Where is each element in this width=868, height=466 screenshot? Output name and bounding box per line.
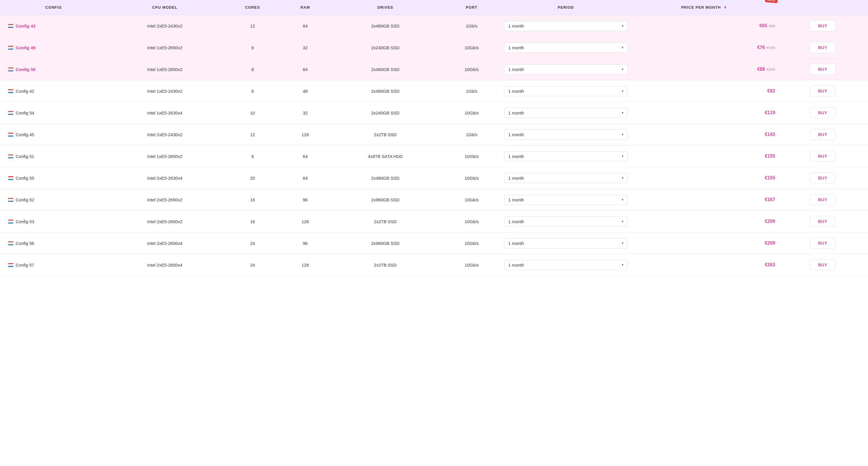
drives-cell: 4x8TB SATA HDD [328, 146, 443, 167]
action-cell[interactable]: BUY [777, 37, 868, 59]
cores-cell: 12 [222, 124, 282, 146]
port-cell: 10Gb/s [443, 102, 500, 124]
nl-flag-icon [8, 263, 13, 267]
buy-button[interactable]: BUY [810, 20, 836, 31]
action-cell[interactable]: BUY [777, 189, 868, 211]
action-cell[interactable]: BUY [777, 15, 868, 37]
price-current: €88 [757, 67, 765, 71]
drives-cell: 2x2TB SSD [328, 124, 443, 146]
period-cell[interactable]: 1 month ▾ [501, 189, 631, 211]
cpu-model-cell: Intel 1xE5-2650v2 [107, 59, 222, 80]
action-cell[interactable]: BUY [777, 102, 868, 124]
buy-button[interactable]: BUY [810, 107, 836, 118]
nl-flag-icon [8, 176, 13, 180]
period-select[interactable]: 1 month ▾ [504, 86, 628, 96]
period-select[interactable]: 1 month ▾ [504, 64, 628, 74]
buy-button[interactable]: BUY [810, 259, 836, 270]
cores-cell: 24 [222, 232, 282, 254]
port-cell: 10Gb/s [443, 37, 500, 59]
ram-cell: 96 [283, 232, 328, 254]
buy-button[interactable]: BUY [810, 194, 836, 205]
ram-cell: 64 [283, 59, 328, 80]
period-select[interactable]: 1 month ▾ [504, 260, 628, 270]
period-cell[interactable]: 1 month ▾ [501, 146, 631, 167]
period-select[interactable]: 1 month ▾ [504, 216, 628, 227]
action-cell[interactable]: BUY [777, 124, 868, 146]
buy-button[interactable]: BUY [810, 129, 836, 140]
port-cell: 10Gb/s [443, 59, 500, 80]
ram-cell: 96 [283, 189, 328, 211]
action-cell[interactable]: BUY [777, 211, 868, 232]
action-cell[interactable]: BUY [777, 59, 868, 80]
period-cell[interactable]: 1 month ▾ [501, 15, 631, 37]
buy-button[interactable]: BUY [810, 216, 836, 227]
buy-button[interactable]: BUY [810, 42, 836, 53]
config-cell: Config 52 [0, 189, 107, 211]
period-select[interactable]: 1 month ▾ [504, 151, 628, 161]
buy-button[interactable]: BUY [810, 86, 836, 96]
table-row: Config 53 Intel 2xE5-2650v2161282x2TB SS… [0, 211, 868, 232]
price-current: €155 [765, 154, 775, 158]
buy-button[interactable]: BUY [810, 64, 836, 75]
config-name: Config 55 [16, 176, 34, 181]
ram-cell: 128 [283, 211, 328, 232]
price-cell: €263 [631, 254, 778, 276]
period-cell[interactable]: 1 month ▾ [501, 124, 631, 146]
config-link[interactable]: Config 50 [16, 67, 35, 72]
period-select[interactable]: 1 month ▾ [504, 173, 628, 183]
action-cell[interactable]: BUY [777, 80, 868, 102]
period-cell[interactable]: 1 month ▾ [501, 211, 631, 232]
config-link[interactable]: Config 49 [16, 45, 35, 50]
cpu-model-cell: Intel 2xE5-2430v2 [107, 124, 222, 146]
buy-button[interactable]: BUY [810, 151, 836, 162]
period-value: 1 month [508, 219, 524, 224]
chevron-down-icon: ▾ [622, 219, 623, 223]
action-cell[interactable]: BUY [777, 167, 868, 189]
period-cell[interactable]: 1 month ▾ [501, 59, 631, 80]
col-ram: RAM [283, 0, 328, 15]
period-cell[interactable]: 1 month ▾ [501, 254, 631, 276]
price-current: €119 [765, 110, 775, 115]
drives-cell: 2x240GB SSD [328, 37, 443, 59]
period-cell[interactable]: 1 month ▾ [501, 37, 631, 59]
config-link[interactable]: Config 43 [16, 24, 35, 28]
cores-cell: 6 [222, 80, 282, 102]
drives-cell: 2x480GB SSD [328, 59, 443, 80]
price-old: €88 [769, 24, 775, 28]
period-select[interactable]: 1 month ▾ [504, 238, 628, 248]
col-action [777, 0, 868, 15]
drives-cell: 2x240GB SSD [328, 102, 443, 124]
port-cell: 10Gb/s [443, 232, 500, 254]
buy-button[interactable]: BUY [810, 173, 836, 183]
period-select[interactable]: 1 month ▾ [504, 42, 628, 53]
col-price[interactable]: PRICE PER MONTH ▼ Sale [631, 0, 778, 15]
action-cell[interactable]: BUY [777, 254, 868, 276]
period-value: 1 month [508, 262, 524, 268]
period-select[interactable]: 1 month ▾ [504, 108, 628, 118]
chevron-down-icon: ▾ [622, 67, 623, 71]
port-cell: 1Gb/s [443, 124, 500, 146]
period-cell[interactable]: 1 month ▾ [501, 102, 631, 124]
sort-down-icon: ▼ [723, 5, 727, 9]
period-select[interactable]: 1 month ▾ [504, 129, 628, 140]
period-select[interactable]: 1 month ▾ [504, 195, 628, 205]
table-row: Config 52 Intel 2xE5-2650v216962x960GB S… [0, 189, 868, 211]
config-name: Config 51 [16, 154, 34, 159]
cores-cell: 24 [222, 254, 282, 276]
action-cell[interactable]: BUY [777, 232, 868, 254]
config-name: Config 45 [16, 132, 34, 137]
cores-cell: 8 [222, 59, 282, 80]
buy-button[interactable]: BUY [810, 238, 836, 249]
config-name: Config 54 [16, 111, 34, 115]
period-cell[interactable]: 1 month ▾ [501, 232, 631, 254]
period-cell[interactable]: 1 month ▾ [501, 80, 631, 102]
drives-cell: 2x480GB SSD [328, 80, 443, 102]
period-value: 1 month [508, 45, 524, 50]
nl-flag-icon [8, 46, 13, 50]
cpu-model-cell: Intel 2xE5-2650v4 [107, 254, 222, 276]
action-cell[interactable]: BUY [777, 146, 868, 167]
cores-cell: 16 [222, 211, 282, 232]
period-select[interactable]: 1 month ▾ [504, 21, 628, 31]
price-cell: €155 [631, 167, 778, 189]
period-cell[interactable]: 1 month ▾ [501, 167, 631, 189]
